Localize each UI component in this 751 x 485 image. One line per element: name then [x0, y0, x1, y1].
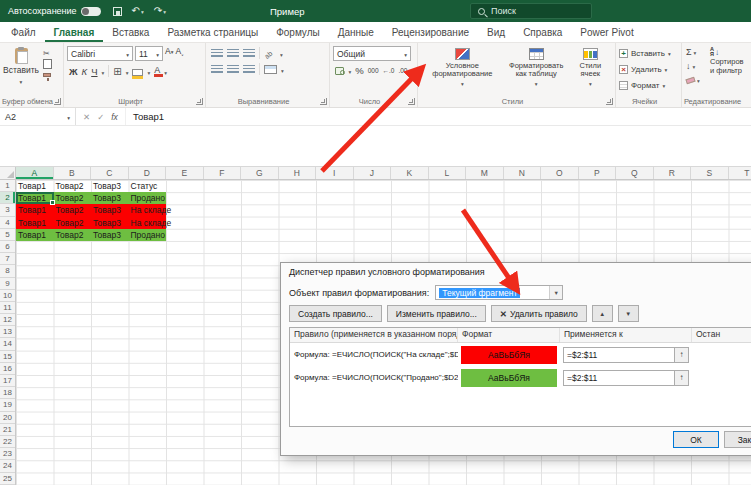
- row-header-18[interactable]: 18: [0, 387, 15, 399]
- fill-color-icon[interactable]: [132, 69, 143, 76]
- column-header-F[interactable]: F: [204, 167, 242, 179]
- enter-icon[interactable]: ✓: [97, 112, 104, 122]
- sort-filter-button[interactable]: АЯ↓ Сортиров и фильтр: [710, 47, 751, 75]
- column-header-B[interactable]: B: [54, 167, 92, 179]
- insert-function-icon[interactable]: fx: [111, 112, 118, 122]
- decrease-font-icon[interactable]: А˯: [175, 46, 184, 61]
- italic-button[interactable]: К: [82, 66, 88, 77]
- align-left-icon[interactable]: [211, 65, 223, 74]
- align-middle-icon[interactable]: [227, 49, 239, 58]
- row-header-25[interactable]: 25: [0, 473, 15, 485]
- tab-Файл[interactable]: Файл: [2, 22, 45, 42]
- row-header-9[interactable]: 9: [0, 278, 15, 290]
- range-selector-button[interactable]: [674, 371, 688, 385]
- autosave-toggle[interactable]: Автосохранение: [8, 6, 101, 16]
- increase-decimal-icon[interactable]: ←.0: [383, 67, 395, 74]
- column-header-N[interactable]: N: [504, 167, 542, 179]
- tab-Формулы[interactable]: Формулы: [267, 22, 329, 42]
- format-painter-icon[interactable]: [43, 73, 51, 77]
- column-header-I[interactable]: I: [316, 167, 354, 179]
- column-header-E[interactable]: E: [166, 167, 204, 179]
- row-header-14[interactable]: 14: [0, 338, 15, 350]
- column-header-L[interactable]: L: [429, 167, 467, 179]
- column-header-Q[interactable]: Q: [616, 167, 654, 179]
- align-top-icon[interactable]: [211, 49, 223, 58]
- range-selector-button[interactable]: [674, 348, 688, 362]
- column-header-R[interactable]: R: [654, 167, 692, 179]
- column-header-H[interactable]: H: [279, 167, 317, 179]
- number-dialog-launcher[interactable]: [408, 98, 415, 105]
- column-header-D[interactable]: D: [129, 167, 167, 179]
- column-header-O[interactable]: O: [541, 167, 579, 179]
- close-button[interactable]: Закрыть: [724, 431, 751, 448]
- tab-Рецензирование[interactable]: Рецензирование: [383, 22, 478, 42]
- applies-to-input[interactable]: =$2:$11: [563, 347, 689, 363]
- underline-button[interactable]: Ч: [91, 66, 97, 77]
- row-header-7[interactable]: 7: [0, 253, 15, 265]
- autosum-button[interactable]: Σ: [686, 47, 700, 57]
- column-header-A[interactable]: A: [16, 167, 54, 179]
- new-rule-button[interactable]: Создать правило...: [289, 305, 382, 322]
- borders-icon[interactable]: [113, 66, 121, 77]
- row-header-20[interactable]: 20: [0, 412, 15, 424]
- alignment-dialog-launcher[interactable]: [320, 98, 327, 105]
- delete-rule-button[interactable]: ✕Удалить правило: [491, 305, 587, 322]
- conditional-formatting-button[interactable]: Условное форматирование: [421, 46, 504, 94]
- column-header-J[interactable]: J: [354, 167, 392, 179]
- orientation-icon[interactable]: ab: [263, 46, 277, 59]
- merge-center-icon[interactable]: [264, 65, 277, 74]
- applies-to-input[interactable]: =$2:$11: [563, 370, 689, 386]
- cell-styles-button[interactable]: Стили ячеек: [569, 46, 612, 94]
- font-color-icon[interactable]: А: [154, 65, 160, 75]
- cancel-icon[interactable]: ✕: [83, 112, 90, 122]
- move-rule-up-button[interactable]: ▲: [592, 305, 613, 322]
- clear-button[interactable]: [686, 75, 700, 85]
- tab-Вид[interactable]: Вид: [478, 22, 514, 42]
- autosave-switch-icon[interactable]: [81, 7, 101, 16]
- row-header-3[interactable]: 3: [0, 204, 15, 216]
- comma-style-icon[interactable]: 000: [368, 67, 379, 74]
- decrease-decimal-icon[interactable]: .00→: [398, 67, 414, 74]
- copy-icon[interactable]: [45, 61, 52, 69]
- row-header-10[interactable]: 10: [0, 290, 15, 302]
- align-bottom-icon[interactable]: [243, 49, 255, 58]
- font-dialog-launcher[interactable]: [196, 98, 203, 105]
- row-header-6[interactable]: 6: [0, 241, 15, 253]
- row-header-21[interactable]: 21: [0, 424, 15, 436]
- tab-Power Pivot[interactable]: Power Pivot: [571, 22, 642, 42]
- row-header-17[interactable]: 17: [0, 375, 15, 387]
- rules-scope-combo[interactable]: Текущий фрагмент ▼: [435, 285, 563, 300]
- row-header-24[interactable]: 24: [0, 460, 15, 472]
- accounting-format-icon[interactable]: [335, 67, 344, 75]
- column-header-M[interactable]: M: [466, 167, 504, 179]
- row-header-23[interactable]: 23: [0, 448, 15, 460]
- font-size-combo[interactable]: 11: [135, 46, 163, 61]
- styles-dialog-launcher[interactable]: [606, 98, 613, 105]
- move-rule-down-button[interactable]: ▼: [618, 305, 639, 322]
- tab-Данные[interactable]: Данные: [329, 22, 383, 42]
- ok-button[interactable]: ОК: [673, 431, 719, 448]
- row-header-8[interactable]: 8: [0, 265, 15, 277]
- format-cells-button[interactable]: Формат: [619, 78, 678, 93]
- percent-icon[interactable]: %: [355, 65, 363, 76]
- rule-row-2[interactable]: Формула: =ЕЧИСЛО(ПОИСК("Продано";$D2))Аа…: [290, 366, 751, 389]
- formula-input[interactable]: Товар1: [126, 111, 164, 122]
- column-header-S[interactable]: S: [691, 167, 729, 179]
- column-header-K[interactable]: K: [391, 167, 429, 179]
- undo-button[interactable]: [132, 6, 144, 16]
- edit-rule-button[interactable]: Изменить правило...: [387, 305, 486, 322]
- tab-Вставка[interactable]: Вставка: [103, 22, 158, 42]
- align-right-icon[interactable]: [243, 65, 255, 74]
- format-as-table-button[interactable]: Форматировать как таблицу: [506, 46, 567, 94]
- scope-dropdown-icon[interactable]: ▼: [549, 286, 562, 299]
- paste-dropdown-icon[interactable]: [20, 76, 23, 86]
- insert-cells-button[interactable]: + Вставить: [619, 46, 678, 61]
- font-name-combo[interactable]: Calibri: [67, 46, 133, 61]
- cut-icon[interactable]: [43, 49, 52, 58]
- column-header-C[interactable]: C: [91, 167, 129, 179]
- increase-font-icon[interactable]: А: [165, 46, 173, 61]
- row-header-12[interactable]: 12: [0, 314, 15, 326]
- bold-button[interactable]: Ж: [69, 66, 78, 77]
- search-box[interactable]: Поиск: [470, 3, 592, 19]
- select-all-corner[interactable]: [0, 167, 16, 180]
